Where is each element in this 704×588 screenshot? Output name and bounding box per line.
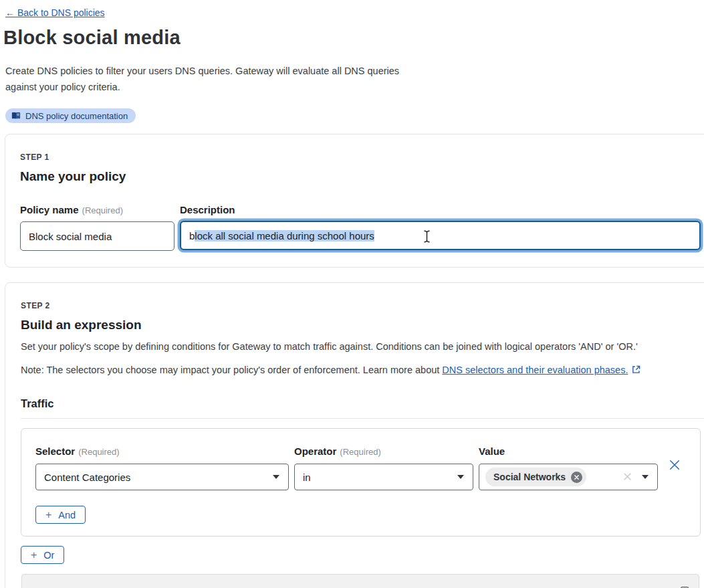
- policy-name-label-text: Policy name: [20, 204, 79, 215]
- book-icon: [11, 112, 21, 120]
- value-dropdown-controls: [623, 472, 649, 483]
- selector-field-group: Selector(Required) Content Categories: [35, 446, 289, 490]
- or-button-label: Or: [43, 550, 54, 561]
- policy-name-input[interactable]: [20, 221, 174, 251]
- step2-heading: Build an expression: [21, 318, 701, 332]
- operator-label: Operator(Required): [294, 446, 473, 458]
- operator-label-text: Operator: [294, 446, 336, 457]
- condition-panel: Selector(Required) Content Categories Op…: [21, 428, 701, 536]
- description-input[interactable]: block all social media during school hou…: [180, 221, 701, 250]
- value-field-group: Value Social Networks: [479, 446, 658, 490]
- traffic-section-heading: Traffic: [21, 397, 701, 410]
- selector-label: Selector(Required): [35, 446, 289, 458]
- description-field-group: Description block all social media durin…: [180, 204, 701, 251]
- operator-dropdown-value: in: [303, 472, 311, 483]
- dns-selectors-link[interactable]: DNS selectors and their evaluation phase…: [442, 365, 628, 375]
- selector-required-hint: (Required): [78, 447, 119, 457]
- selector-label-text: Selector: [35, 446, 75, 457]
- value-tag-label: Social Networks: [493, 472, 566, 482]
- add-and-condition-button[interactable]: + And: [35, 506, 86, 524]
- traffic-divider: [21, 418, 704, 419]
- value-label: Value: [479, 446, 658, 458]
- step1-label: STEP 1: [20, 153, 701, 162]
- operator-field-group: Operator(Required) in: [294, 446, 473, 490]
- back-to-dns-policies-link[interactable]: ← Back to DNS policies: [5, 7, 105, 18]
- description-text-unselected: b: [189, 230, 195, 241]
- note-prefix-text: Note: The selectors you choose may impac…: [21, 365, 442, 375]
- description-label: Description: [180, 204, 701, 216]
- operator-required-hint: (Required): [340, 447, 380, 457]
- page-intro-text: Create DNS policies to filter your users…: [5, 63, 406, 95]
- and-button-label: And: [58, 510, 76, 520]
- step1-card: STEP 1 Name your policy Policy name(Requ…: [5, 134, 704, 268]
- step1-heading: Name your policy: [20, 169, 701, 184]
- selector-dropdown-value: Content Categories: [44, 472, 130, 483]
- page-header: ← Back to DNS policies Block social medi…: [0, 0, 704, 123]
- delete-condition-button[interactable]: [669, 452, 680, 478]
- step2-note-text: Note: The selectors you choose may impac…: [21, 365, 701, 376]
- page-title: Block social media: [3, 27, 704, 49]
- step2-intro-text: Set your policy's scope by defining cond…: [21, 339, 701, 354]
- condition-row: Selector(Required) Content Categories Op…: [35, 446, 700, 490]
- selector-dropdown[interactable]: Content Categories: [35, 464, 289, 490]
- step2-label: STEP 2: [21, 301, 701, 310]
- policy-name-label: Policy name(Required): [20, 204, 174, 216]
- value-multiselect[interactable]: Social Networks: [479, 464, 658, 490]
- policy-name-field-group: Policy name(Required): [20, 204, 174, 251]
- description-text-selected: lock all social media during school hour…: [195, 230, 374, 241]
- chevron-down-icon: [642, 475, 649, 479]
- plus-icon: +: [45, 509, 51, 521]
- plus-icon: +: [31, 549, 37, 561]
- chevron-down-icon: [457, 475, 464, 479]
- policy-name-required-hint: (Required): [82, 205, 123, 215]
- value-label-text: Value: [479, 446, 505, 457]
- clear-value-icon[interactable]: [623, 472, 632, 483]
- description-label-text: Description: [180, 204, 235, 215]
- value-tag-social-networks: Social Networks: [485, 468, 586, 486]
- dns-policy-editor-page: ← Back to DNS policies Block social medi…: [0, 0, 704, 588]
- dns-policy-documentation-badge[interactable]: DNS policy documentation: [5, 108, 136, 123]
- external-link-icon[interactable]: [632, 365, 640, 376]
- step2-card: STEP 2 Build an expression Set your poli…: [5, 282, 704, 588]
- text-cursor-icon: [423, 230, 431, 245]
- expression-preview-block: any(dns.content_category[*] in {149}): [21, 574, 699, 588]
- chevron-down-icon: [273, 475, 279, 479]
- step1-fields-row: Policy name(Required) Description block …: [20, 204, 701, 251]
- doc-badge-label: DNS policy documentation: [25, 111, 128, 121]
- remove-tag-icon[interactable]: [571, 472, 582, 483]
- add-or-condition-button[interactable]: + Or: [21, 546, 64, 564]
- operator-dropdown[interactable]: in: [294, 464, 473, 490]
